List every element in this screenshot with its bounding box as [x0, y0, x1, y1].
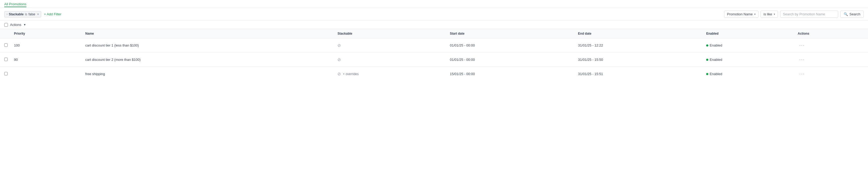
- row-enabled: Enabled: [703, 38, 795, 53]
- enabled-dot-icon: [706, 73, 708, 75]
- promotions-table: Priority Name Stackable Start date End d…: [0, 29, 868, 81]
- row-end-date: 31/01/25 - 15:51: [575, 67, 703, 81]
- search-icon: 🔍: [844, 12, 848, 16]
- no-icon: ⊘: [337, 57, 341, 62]
- enabled-badge: Enabled: [706, 44, 792, 47]
- actions-label: Actions: [10, 23, 21, 27]
- row-end-date: 31/01/25 - 15:50: [575, 53, 703, 67]
- table-row: free shipping⊘ + overrides15/01/25 - 00:…: [0, 67, 868, 81]
- col-header-actions: Actions: [795, 29, 868, 38]
- enabled-badge: Enabled: [706, 72, 792, 76]
- promotion-name-chevron-icon: ▾: [754, 13, 755, 16]
- is-like-label: is like: [764, 12, 772, 16]
- enabled-dot-icon: [706, 59, 708, 61]
- stackable-overrides-text: ⊘ + overrides: [337, 71, 443, 77]
- breadcrumb-bar: All Promotions: [0, 0, 868, 8]
- promotion-name-label: Promotion Name: [727, 12, 753, 16]
- row-actions-menu-button[interactable]: ···: [798, 42, 806, 49]
- row-start-date: 01/01/25 - 00:00: [447, 53, 575, 67]
- row-start-date: 01/01/25 - 00:00: [447, 38, 575, 53]
- filter-chip-chevron-icon: ›: [7, 13, 7, 16]
- col-header-priority: Priority: [11, 29, 82, 38]
- promotion-name-dropdown[interactable]: Promotion Name ▾: [724, 10, 759, 18]
- row-priority: 100: [11, 38, 82, 53]
- filter-chip-value: false: [29, 12, 35, 16]
- table-row: 100cart discount tier 1 (less than $100)…: [0, 38, 868, 53]
- row-checkbox-cell: [0, 67, 11, 81]
- row-start-date: 15/01/25 - 00:00: [447, 67, 575, 81]
- is-like-chevron-icon: ▾: [774, 13, 775, 16]
- row-actions-cell: ···: [795, 38, 868, 53]
- row-stackable: ⊘ + overrides: [334, 67, 447, 81]
- breadcrumb-link[interactable]: All Promotions: [4, 2, 26, 7]
- row-name: free shipping: [82, 67, 334, 81]
- filter-chip-remove-icon[interactable]: ×: [37, 12, 39, 16]
- is-like-dropdown[interactable]: is like ▾: [761, 10, 778, 18]
- col-header-end-date: End date: [575, 29, 703, 38]
- filter-chip-op: is: [25, 12, 27, 16]
- filter-chip-key: Stackable: [9, 12, 24, 16]
- col-header-check: [0, 29, 11, 38]
- select-all-checkbox[interactable]: [4, 23, 8, 27]
- col-header-enabled: Enabled: [703, 29, 795, 38]
- no-icon: ⊘: [337, 71, 341, 77]
- row-priority: 90: [11, 53, 82, 67]
- table-header-row: Priority Name Stackable Start date End d…: [0, 29, 868, 38]
- row-checkbox[interactable]: [4, 44, 8, 47]
- row-checkbox[interactable]: [4, 72, 8, 75]
- row-actions-cell: ···: [795, 53, 868, 67]
- col-header-start-date: Start date: [447, 29, 575, 38]
- table-row: 90cart discount tier 2 (more than $100)⊘…: [0, 53, 868, 67]
- row-enabled: Enabled: [703, 67, 795, 81]
- add-filter-button[interactable]: + Add Filter: [44, 12, 61, 16]
- row-priority: [11, 67, 82, 81]
- row-actions-menu-button[interactable]: ···: [798, 56, 806, 63]
- col-header-stackable: Stackable: [334, 29, 447, 38]
- row-stackable: ⊘: [334, 53, 447, 67]
- filter-chip-stackable[interactable]: › Stackable is false ×: [4, 11, 41, 18]
- row-actions-cell: ···: [795, 67, 868, 81]
- enabled-dot-icon: [706, 45, 708, 47]
- row-checkbox-cell: [0, 38, 11, 53]
- search-input[interactable]: [783, 12, 835, 16]
- no-icon: ⊘: [337, 43, 341, 48]
- row-end-date: 31/01/25 - 12:22: [575, 38, 703, 53]
- search-input-wrapper[interactable]: [780, 10, 838, 18]
- actions-chevron-icon: ▼: [24, 23, 26, 26]
- row-checkbox[interactable]: [4, 58, 8, 61]
- row-name: cart discount tier 1 (less than $100): [82, 38, 334, 53]
- filter-right-group: Promotion Name ▾ is like ▾ 🔍 Search: [724, 10, 864, 18]
- row-name: cart discount tier 2 (more than $100): [82, 53, 334, 67]
- row-actions-menu-button[interactable]: ···: [798, 70, 806, 77]
- filter-bar: › Stackable is false × + Add Filter Prom…: [0, 8, 868, 21]
- page-wrapper: All Promotions › Stackable is false × + …: [0, 0, 868, 81]
- actions-row: Actions ▼: [0, 21, 868, 29]
- row-stackable: ⊘: [334, 38, 447, 53]
- row-checkbox-cell: [0, 53, 11, 67]
- enabled-badge: Enabled: [706, 58, 792, 62]
- row-enabled: Enabled: [703, 53, 795, 67]
- search-button[interactable]: 🔍 Search: [840, 10, 864, 18]
- search-button-label: Search: [849, 12, 860, 16]
- col-header-name: Name: [82, 29, 334, 38]
